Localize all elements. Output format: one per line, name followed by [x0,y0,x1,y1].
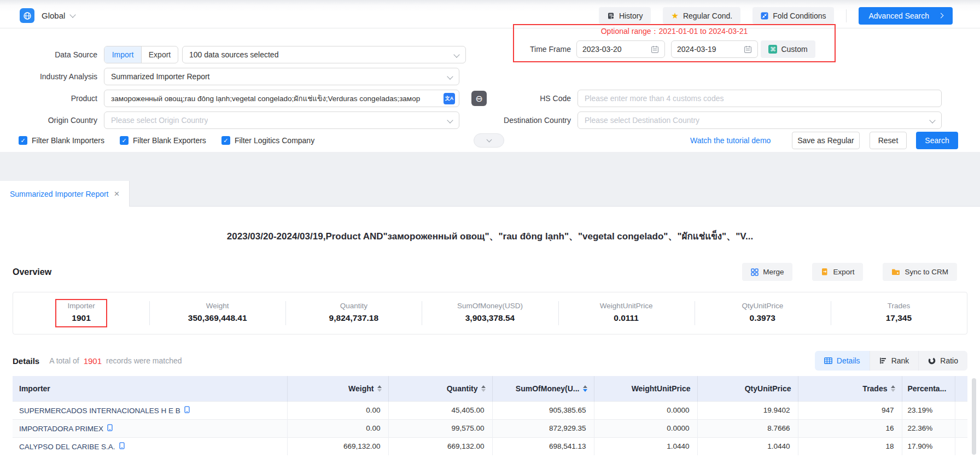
search-button[interactable]: Search [916,132,958,149]
custom-range-button[interactable]: ⌘ Custom [761,40,815,58]
hs-code-field[interactable] [578,90,942,107]
column-header-weight-unit-price[interactable]: WeightUnitPrice [594,376,697,401]
start-date-input[interactable] [582,45,632,54]
calendar-icon[interactable] [744,45,752,54]
contact-icon[interactable] [119,442,125,449]
region-selector-label[interactable]: Global [42,11,65,20]
sort-icon[interactable] [377,385,382,392]
contact-icon[interactable] [184,406,190,413]
globe-icon-button[interactable] [20,8,34,23]
importer-name-link[interactable]: IMPORTADORA PRIMEX [19,425,103,433]
product-field[interactable]: 文A [104,90,459,107]
chevron-down-icon[interactable] [70,11,76,17]
checkbox-checked-icon: ✓ [19,136,27,145]
quantity-cell: 669,132.00 [388,437,492,455]
merge-button[interactable]: Merge [742,263,792,281]
hs-code-label: HS Code [485,90,571,107]
sync-to-crm-button[interactable]: Sync to CRM [883,263,957,281]
industry-analysis-label: Industry Analysis [11,68,97,85]
percentage-cell: 23.19% [902,401,955,419]
origin-country-placeholder: Please select Origin Country [111,116,208,125]
export-button[interactable]: Export [812,263,863,281]
calendar-icon[interactable] [651,45,659,54]
collapse-conditions-button[interactable] [474,133,504,148]
chevron-down-icon [453,51,459,57]
stat-value: 17,345 [886,313,912,323]
gutter-cell [955,419,967,437]
table-icon [824,357,832,364]
importer-cell[interactable]: SUPERMERCADOS INTERNACIONALES H E B [13,401,287,419]
regular-cond-label: Regular Cond. [683,11,732,20]
fold-conditions-button[interactable]: Fold Conditions [752,7,834,24]
column-header-trades[interactable]: Trades [798,376,902,401]
hs-code-input[interactable] [585,95,935,103]
start-date-field[interactable] [576,40,665,58]
origin-country-select[interactable]: Please select Origin Country [104,111,459,129]
checkbox-label: Filter Blank Importers [32,136,104,145]
stat-quantity: Quantity 9,824,737.18 [285,292,422,334]
history-button[interactable]: History [599,7,651,24]
table-row[interactable]: CALYPSO DEL CARIBE S.A. 669,132.00 669,1… [13,437,967,455]
vertical-scrollbar[interactable] [972,378,976,455]
stat-importer: Importer 1901 [13,292,149,334]
scrollbar-gutter [955,376,967,401]
sort-icon[interactable] [481,385,486,392]
column-header-weight[interactable]: Weight [287,376,388,401]
sort-icon[interactable] [891,385,895,392]
importer-cell[interactable]: IMPORTADORA PRIMEX [13,419,287,437]
column-header-qty-unit-price[interactable]: QtyUnitPrice [697,376,798,401]
weight-cell: 669,132.00 [287,437,388,455]
sort-icon-active-desc[interactable] [583,385,587,392]
qty-unit-price-cell: 1.0440 [697,437,798,455]
column-header-percentage[interactable]: Percenta... [902,376,955,401]
total-prefix: A total of [49,356,79,365]
view-details-button[interactable]: Details [815,351,870,371]
importer-stat-highlight-box: Importer 1901 [55,299,107,327]
stat-trades: Trades 17,345 [831,292,967,334]
gutter-cell [955,401,967,419]
trades-cell: 947 [798,401,902,419]
view-rank-button[interactable]: Rank [870,351,919,371]
importer-cell[interactable]: CALYPSO DEL CARIBE S.A. [13,437,287,455]
tutorial-demo-link[interactable]: Watch the tutorial demo [690,136,771,145]
fold-icon [761,12,768,20]
import-toggle[interactable]: Import [104,46,141,63]
tab-strip: Summarized Importer Report × [0,152,980,207]
data-sources-select[interactable]: 100 data sources selected [182,46,466,63]
data-sources-value: 100 data sources selected [189,50,278,59]
end-date-field[interactable] [671,40,758,58]
checkbox-checked-icon: ✓ [221,136,230,145]
export-toggle[interactable]: Export [141,46,178,63]
industry-analysis-select[interactable]: Summarized Importer Report [104,68,459,85]
end-date-input[interactable] [677,45,726,54]
stat-value: 1901 [67,313,95,323]
product-input[interactable] [111,95,439,103]
filter-blank-exporters-checkbox[interactable]: ✓ Filter Blank Exporters [120,136,206,145]
importer-name-link[interactable]: SUPERMERCADOS INTERNACIONALES H E B [19,407,180,415]
column-header-importer[interactable]: Importer [13,376,287,401]
column-header-sum-of-money[interactable]: SumOfMoney(U... [492,376,594,401]
view-ratio-button[interactable]: Ratio [918,351,967,371]
data-source-toggle: Import Export [104,46,178,63]
star-icon: ★ [671,11,678,20]
save-as-regular-button[interactable]: Save as Regular [792,132,860,149]
globe-icon [23,11,32,20]
regular-cond-button[interactable]: ★ Regular Cond. [663,7,740,24]
table-row[interactable]: SUPERMERCADOS INTERNACIONALES H E B 0.00… [13,401,967,419]
advanced-search-button[interactable]: Advanced Search [859,7,953,25]
translate-icon[interactable]: 文A [444,93,455,104]
filter-blank-importers-checkbox[interactable]: ✓ Filter Blank Importers [19,136,104,145]
contact-icon[interactable] [107,424,113,431]
stat-value: 0.3973 [742,313,783,323]
chevron-down-icon [486,137,492,143]
filter-logistics-company-checkbox[interactable]: ✓ Filter Logitics Company [221,136,314,145]
tab-summarized-importer-report[interactable]: Summarized Importer Report × [0,181,130,207]
destination-country-select[interactable]: Please select Destination Country [578,111,942,129]
rank-icon [879,357,887,365]
table-row[interactable]: IMPORTADORA PRIMEX 0.00 99,575.00 872,92… [13,419,967,437]
tab-label: Summarized Importer Report [10,190,109,198]
close-icon[interactable]: × [114,189,120,198]
importer-name-link[interactable]: CALYPSO DEL CARIBE S.A. [19,443,115,451]
column-header-quantity[interactable]: Quantity [388,376,492,401]
reset-button[interactable]: Reset [870,132,907,149]
